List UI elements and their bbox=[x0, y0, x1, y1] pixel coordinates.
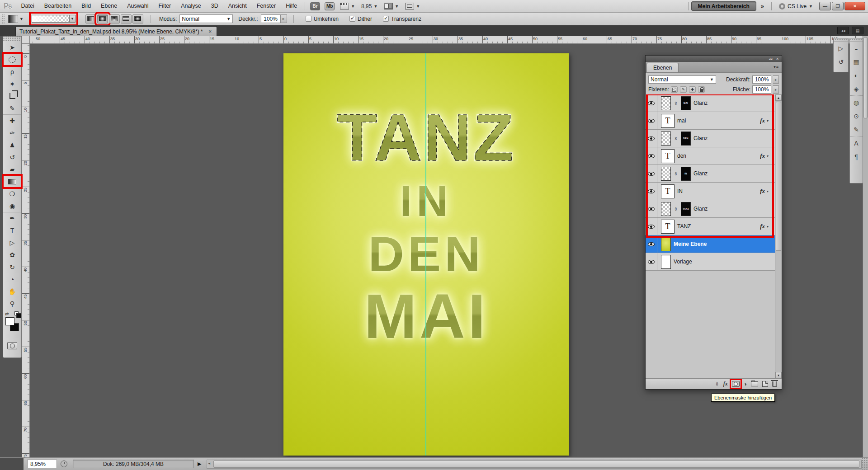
opacity-input[interactable]: 100% bbox=[261, 14, 281, 23]
mini-bridge-button[interactable]: Mb bbox=[325, 2, 335, 10]
vertical-scrollbar[interactable] bbox=[863, 36, 868, 457]
tab-ebenen[interactable]: Ebenen bbox=[646, 63, 679, 72]
diamond-gradient-button[interactable] bbox=[132, 14, 143, 24]
visibility-toggle[interactable] bbox=[646, 130, 657, 147]
bridge-button[interactable]: Br bbox=[310, 2, 320, 10]
scroll-down-icon[interactable]: ▼ bbox=[775, 372, 782, 378]
gradient-preview[interactable] bbox=[32, 15, 70, 23]
ruler-origin-corner[interactable] bbox=[22, 36, 30, 44]
paragraph-panel-icon[interactable]: ¶ bbox=[850, 150, 863, 164]
text-layer-thumbnail[interactable]: T bbox=[661, 149, 675, 163]
crop-tool[interactable] bbox=[3, 90, 21, 102]
visibility-toggle[interactable] bbox=[646, 112, 657, 129]
checkbox-box[interactable] bbox=[383, 16, 389, 22]
layer-thumbnail[interactable] bbox=[661, 202, 671, 216]
history-panel-icon[interactable]: ↺ bbox=[834, 55, 848, 69]
layer-row-in[interactable]: TINfx▾ bbox=[646, 183, 775, 200]
eraser-tool[interactable]: ▰ bbox=[3, 163, 21, 175]
layer-blend-mode-select[interactable]: Normal ▼ bbox=[648, 75, 716, 84]
layer-mask-thumbnail[interactable]: IN bbox=[681, 167, 691, 181]
layers-scrollbar[interactable]: ▲ ▼ bbox=[775, 94, 782, 378]
zoom-tool[interactable]: ⚲ bbox=[3, 297, 21, 310]
checkbox-dither[interactable]: Dither bbox=[349, 16, 372, 22]
menu-analyse[interactable]: Analyse bbox=[176, 0, 206, 12]
healing-brush-tool[interactable]: ✚ bbox=[3, 114, 21, 127]
workspace-button[interactable]: Mein Arbeitsbereich bbox=[691, 1, 756, 11]
adjustments-panel-icon[interactable]: ◐ bbox=[850, 69, 863, 82]
grip-handle[interactable] bbox=[3, 37, 21, 41]
layer-thumbnail[interactable] bbox=[661, 255, 671, 269]
masks-panel-icon[interactable]: ⊙ bbox=[850, 109, 863, 123]
layer-thumbnail[interactable] bbox=[661, 167, 671, 181]
document-tab[interactable]: Tutorial_Plakat_Tanz_in_den_Mai.psd bei … bbox=[15, 26, 217, 36]
checkbox-transparenz[interactable]: Transparenz bbox=[383, 16, 421, 22]
blur-tool[interactable]: ❍ bbox=[3, 188, 21, 200]
3d-rotate-tool[interactable]: ↻ bbox=[3, 261, 21, 273]
checkbox-box[interactable] bbox=[349, 16, 355, 22]
layer-mask-thumbnail[interactable]: MAI bbox=[681, 96, 691, 110]
history-brush-tool[interactable]: ↺ bbox=[3, 151, 21, 163]
actions-panel-icon[interactable]: ▷ bbox=[834, 42, 848, 55]
close-tab-icon[interactable]: × bbox=[208, 28, 213, 35]
cs-live-dropdown[interactable]: CS Live ▼ bbox=[779, 3, 813, 9]
zoom-level-dropdown[interactable]: 8,95 ▼ bbox=[361, 3, 377, 9]
layer-row-vorlage[interactable]: Vorlage bbox=[646, 253, 775, 271]
menu-datei[interactable]: Datei bbox=[16, 0, 39, 12]
horizontal-scrollbar[interactable]: ◂ bbox=[207, 460, 862, 469]
vertical-guide[interactable] bbox=[425, 53, 426, 456]
checkbox-box[interactable] bbox=[306, 16, 311, 22]
default-colors-icon[interactable] bbox=[14, 311, 19, 315]
swap-colors-icon[interactable]: ⇄ bbox=[5, 311, 9, 316]
opacity-slider-button[interactable]: ▸ bbox=[281, 14, 287, 23]
text-layer-thumbnail[interactable]: T bbox=[661, 220, 675, 234]
layer-style-indicator[interactable]: fx▾ bbox=[757, 218, 769, 235]
link-layers-button[interactable]: ∞ bbox=[713, 382, 722, 386]
horizontal-ruler[interactable]: 5045403530252015105051015202530354045505… bbox=[30, 36, 863, 44]
minimize-button[interactable]: — bbox=[819, 2, 831, 10]
document-canvas[interactable]: TANZTANZTANZINDENMAI bbox=[283, 53, 569, 456]
visibility-toggle[interactable] bbox=[646, 253, 657, 270]
custom-shape-tool[interactable]: ✿ bbox=[3, 249, 21, 261]
visibility-toggle[interactable] bbox=[646, 94, 657, 112]
visibility-toggle[interactable] bbox=[646, 147, 657, 164]
hand-tool[interactable]: ✋ bbox=[3, 285, 21, 297]
character-panel-icon[interactable]: A bbox=[850, 136, 863, 150]
layer-mask-thumbnail[interactable]: TANZ bbox=[681, 202, 691, 216]
panel-menu-icon[interactable]: ▾≡ bbox=[774, 65, 779, 69]
restore-button[interactable]: ❐ bbox=[832, 2, 844, 10]
layer-thumbnail[interactable] bbox=[661, 96, 671, 110]
text-layer-thumbnail[interactable]: T bbox=[661, 114, 675, 128]
visibility-toggle[interactable] bbox=[646, 165, 657, 182]
layer-row-meine-ebene[interactable]: Meine Ebene bbox=[646, 235, 775, 253]
screen-mode-button[interactable]: ▼ bbox=[405, 3, 420, 9]
arrange-documents-button[interactable]: ▼ bbox=[384, 3, 399, 9]
lasso-tool[interactable]: ρ bbox=[3, 66, 21, 78]
lock-position-button[interactable]: ✚ bbox=[689, 86, 696, 93]
menu-filter[interactable]: Filter bbox=[153, 0, 176, 12]
color-panel-icon[interactable]: ◒ bbox=[850, 42, 863, 55]
scrollbar-thumb[interactable] bbox=[863, 37, 868, 118]
layer-fill-input[interactable]: 100% bbox=[752, 85, 771, 94]
menu-3d[interactable]: 3D bbox=[206, 0, 223, 12]
layer-row-glanz[interactable]: ∞TANZGlanz bbox=[646, 200, 775, 218]
collapse-dock-button[interactable]: ◂◂ bbox=[837, 27, 849, 34]
linear-gradient-button[interactable] bbox=[85, 14, 96, 24]
close-panel-icon[interactable]: ✕ bbox=[776, 57, 779, 61]
eyedropper-tool[interactable]: ✎ bbox=[3, 102, 21, 114]
layer-style-indicator[interactable]: fx▾ bbox=[757, 112, 769, 129]
collapse-panel-icon[interactable]: ◂◂ bbox=[769, 57, 772, 61]
lock-pixels-button[interactable]: ✎ bbox=[680, 86, 687, 93]
angle-gradient-button[interactable] bbox=[109, 14, 120, 24]
path-selection-tool[interactable]: ▷ bbox=[3, 236, 21, 249]
layer-opacity-input[interactable]: 100% bbox=[752, 75, 771, 84]
quick-selection-tool[interactable]: ✶ bbox=[3, 78, 21, 90]
new-group-button[interactable] bbox=[751, 381, 758, 386]
text-layer-thumbnail[interactable]: T bbox=[661, 184, 675, 198]
dodge-tool[interactable]: ◉ bbox=[3, 200, 21, 212]
close-button[interactable]: ✕ bbox=[844, 2, 865, 10]
scroll-up-icon[interactable]: ▲ bbox=[775, 94, 782, 101]
workspace-overflow-button[interactable]: » bbox=[761, 3, 764, 9]
layer-style-indicator[interactable]: fx▾ bbox=[757, 147, 769, 164]
layer-mask-thumbnail[interactable]: DEN bbox=[681, 132, 691, 146]
delete-layer-button[interactable] bbox=[772, 381, 777, 387]
